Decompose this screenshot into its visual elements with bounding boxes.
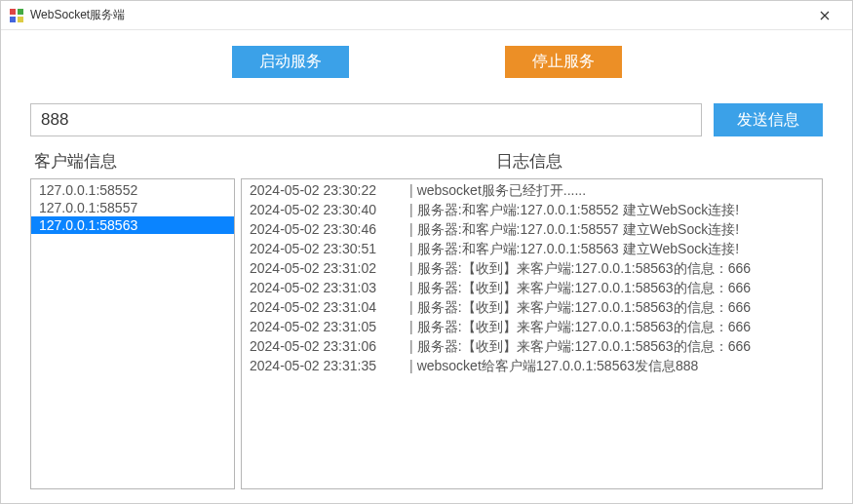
log-separator: | bbox=[406, 182, 417, 200]
log-message: 服务器:和客户端:127.0.0.1:58563 建立WebSock连接! bbox=[417, 241, 814, 258]
log-timestamp: 2024-05-02 23:31:04 bbox=[250, 299, 406, 317]
log-separator: | bbox=[406, 202, 417, 219]
message-input[interactable] bbox=[30, 103, 702, 136]
titlebar: WebSocket服务端 bbox=[1, 1, 852, 30]
client-item[interactable]: 127.0.0.1:58563 bbox=[31, 216, 234, 234]
clients-header: 客户端信息 bbox=[30, 150, 235, 173]
logs-header: 日志信息 bbox=[235, 150, 823, 173]
log-timestamp: 2024-05-02 23:31:03 bbox=[250, 280, 406, 297]
svg-rect-2 bbox=[10, 17, 16, 22]
log-timestamp: 2024-05-02 23:30:40 bbox=[250, 202, 406, 219]
log-item: 2024-05-02 23:30:46|服务器:和客户端:127.0.0.1:5… bbox=[242, 220, 822, 240]
start-service-button[interactable]: 启动服务 bbox=[232, 46, 349, 78]
log-timestamp: 2024-05-02 23:31:35 bbox=[250, 358, 406, 375]
log-item: 2024-05-02 23:31:35|websocket给客户端127.0.0… bbox=[242, 357, 822, 376]
svg-rect-0 bbox=[10, 9, 16, 15]
log-timestamp: 2024-05-02 23:31:05 bbox=[250, 319, 406, 336]
log-item: 2024-05-02 23:31:03|服务器:【收到】来客户端:127.0.0… bbox=[242, 279, 822, 298]
stop-service-button[interactable]: 停止服务 bbox=[505, 46, 622, 78]
log-message: websocket服务已经打开...... bbox=[417, 182, 814, 200]
log-item: 2024-05-02 23:31:02|服务器:【收到】来客户端:127.0.0… bbox=[242, 259, 822, 279]
app-icon bbox=[9, 8, 24, 23]
log-separator: | bbox=[406, 338, 417, 356]
log-item: 2024-05-02 23:31:06|服务器:【收到】来客户端:127.0.0… bbox=[242, 337, 822, 357]
log-item: 2024-05-02 23:30:51|服务器:和客户端:127.0.0.1:5… bbox=[242, 240, 822, 259]
lists-row: 127.0.0.1:58552127.0.0.1:58557127.0.0.1:… bbox=[30, 178, 823, 489]
message-row: 发送信息 bbox=[30, 103, 823, 136]
svg-rect-1 bbox=[18, 9, 23, 15]
log-timestamp: 2024-05-02 23:31:06 bbox=[250, 338, 406, 356]
headers-row: 客户端信息 日志信息 bbox=[30, 150, 823, 173]
log-message: 服务器:【收到】来客户端:127.0.0.1:58563的信息：666 bbox=[417, 299, 814, 317]
log-timestamp: 2024-05-02 23:30:51 bbox=[250, 241, 406, 258]
log-timestamp: 2024-05-02 23:31:02 bbox=[250, 260, 406, 278]
send-button[interactable]: 发送信息 bbox=[714, 103, 823, 136]
app-window: WebSocket服务端 启动服务 停止服务 发送信息 客户端信息 日志信息 1… bbox=[0, 0, 853, 504]
log-message: 服务器:和客户端:127.0.0.1:58552 建立WebSock连接! bbox=[417, 202, 814, 219]
log-message: 服务器:和客户端:127.0.0.1:58557 建立WebSock连接! bbox=[417, 221, 814, 239]
log-message: 服务器:【收到】来客户端:127.0.0.1:58563的信息：666 bbox=[417, 260, 814, 278]
log-timestamp: 2024-05-02 23:30:46 bbox=[250, 221, 406, 239]
content-area: 启动服务 停止服务 发送信息 客户端信息 日志信息 127.0.0.1:5855… bbox=[1, 30, 852, 503]
log-separator: | bbox=[406, 319, 417, 336]
log-item: 2024-05-02 23:31:05|服务器:【收到】来客户端:127.0.0… bbox=[242, 318, 822, 337]
log-separator: | bbox=[406, 221, 417, 239]
log-item: 2024-05-02 23:30:40|服务器:和客户端:127.0.0.1:5… bbox=[242, 201, 822, 220]
service-controls: 启动服务 停止服务 bbox=[30, 46, 823, 78]
log-separator: | bbox=[406, 358, 417, 375]
log-item: 2024-05-02 23:31:04|服务器:【收到】来客户端:127.0.0… bbox=[242, 298, 822, 318]
log-separator: | bbox=[406, 260, 417, 278]
svg-rect-3 bbox=[18, 17, 23, 22]
log-separator: | bbox=[406, 241, 417, 258]
client-item[interactable]: 127.0.0.1:58552 bbox=[31, 181, 234, 199]
log-list[interactable]: 2024-05-02 23:30:22|websocket服务已经打开.....… bbox=[241, 178, 823, 489]
log-separator: | bbox=[406, 280, 417, 297]
log-message: 服务器:【收到】来客户端:127.0.0.1:58563的信息：666 bbox=[417, 319, 814, 336]
client-item[interactable]: 127.0.0.1:58557 bbox=[31, 199, 234, 216]
close-button[interactable] bbox=[805, 1, 844, 29]
window-title: WebSocket服务端 bbox=[30, 7, 805, 23]
client-list[interactable]: 127.0.0.1:58552127.0.0.1:58557127.0.0.1:… bbox=[30, 178, 235, 489]
log-message: 服务器:【收到】来客户端:127.0.0.1:58563的信息：666 bbox=[417, 338, 814, 356]
log-item: 2024-05-02 23:30:22|websocket服务已经打开.....… bbox=[242, 181, 822, 201]
log-message: 服务器:【收到】来客户端:127.0.0.1:58563的信息：666 bbox=[417, 280, 814, 297]
log-message: websocket给客户端127.0.0.1:58563发信息888 bbox=[417, 358, 814, 375]
log-separator: | bbox=[406, 299, 417, 317]
log-timestamp: 2024-05-02 23:30:22 bbox=[250, 182, 406, 200]
